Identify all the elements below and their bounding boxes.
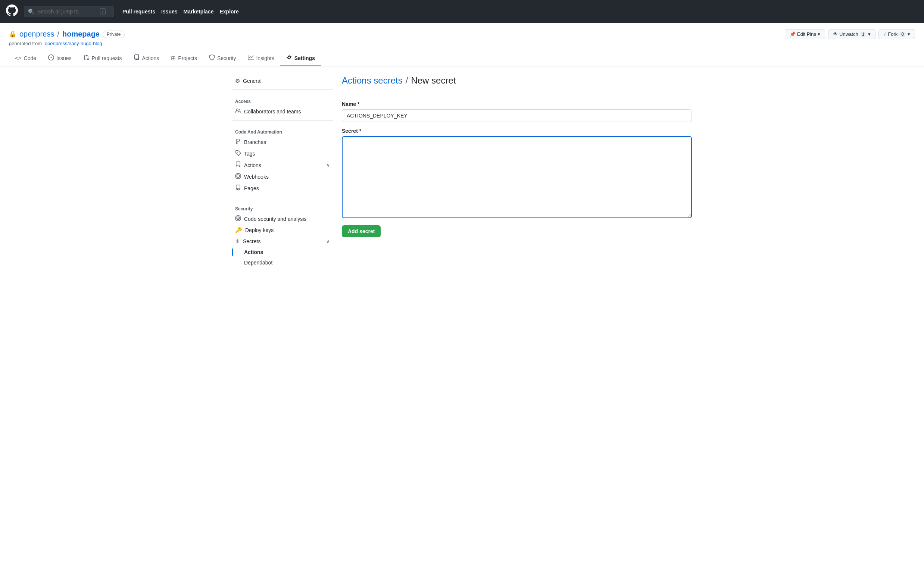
repo-actions: 📌 Edit Pins ▾ 👁 Unwatch 1 ▾ ⑂ Fork 0 ▾ [785, 29, 915, 39]
fork-button[interactable]: ⑂ Fork 0 ▾ [879, 29, 915, 39]
repo-generated-from: generated from openpress/easy-hugo-blog [9, 40, 915, 46]
repo-owner-link[interactable]: openpress [20, 30, 54, 39]
projects-icon: ⊞ [171, 55, 176, 61]
chevron-down-icon: ▾ [818, 31, 820, 37]
sidebar-item-collaborators[interactable]: Collaborators and teams [232, 106, 333, 117]
actions-chevron-icon: ∨ [327, 163, 330, 168]
branch-icon [235, 138, 241, 145]
tab-pull-requests[interactable]: Pull requests [77, 51, 128, 66]
webhook-icon [235, 173, 241, 180]
explore-link[interactable]: Explore [219, 9, 238, 15]
tab-settings[interactable]: Settings [280, 51, 321, 66]
sidebar-item-actions[interactable]: Actions ∨ [232, 159, 333, 171]
marketplace-link[interactable]: Marketplace [184, 9, 214, 15]
slash-key-badge: / [100, 8, 106, 15]
people-icon [235, 108, 241, 115]
breadcrumb-sep: / [406, 75, 408, 86]
secret-textarea[interactable] [342, 136, 692, 218]
sidebar-sub-item-dependabot[interactable]: Dependabot [232, 257, 333, 268]
pr-icon [83, 54, 89, 61]
search-input[interactable] [38, 9, 97, 15]
name-field-group: Name * [342, 101, 692, 122]
pages-icon [235, 185, 241, 192]
search-box[interactable]: 🔍 / [24, 6, 114, 17]
chevron-down-icon-3: ▾ [908, 31, 910, 37]
sidebar-section-security: Security [232, 200, 333, 213]
name-input[interactable] [342, 109, 692, 122]
search-icon: 🔍 [28, 9, 34, 15]
sidebar-item-tags[interactable]: Tags [232, 148, 333, 159]
add-secret-button[interactable]: Add secret [342, 225, 381, 237]
repo-private-badge: Private [103, 31, 124, 38]
lock-icon: 🔒 [9, 31, 16, 38]
actions-sidebar-icon [235, 162, 241, 169]
sidebar-divider-2 [232, 120, 333, 121]
code-icon: <> [15, 55, 22, 61]
tab-insights[interactable]: Insights [242, 51, 280, 66]
settings-tab-icon [286, 54, 292, 61]
secrets-chevron-icon: ∧ [327, 239, 330, 244]
gear-icon: ⚙ [235, 78, 240, 84]
sidebar-item-secrets[interactable]: ✳ Secrets ∧ [232, 236, 333, 247]
secrets-icon: ✳ [235, 238, 240, 245]
security-icon [209, 54, 215, 61]
issues-link[interactable]: Issues [161, 9, 178, 15]
sidebar-divider-3 [232, 197, 333, 197]
repo-tabs: <> Code Issues Pull requests Actions ⊞ P… [9, 51, 915, 66]
sidebar-item-code-security[interactable]: Code security and analysis [232, 213, 333, 224]
fork-icon: ⑂ [884, 31, 886, 37]
fork-count: 0 [899, 32, 906, 37]
edit-pins-button[interactable]: 📌 Edit Pins ▾ [785, 29, 825, 39]
sidebar-item-deploy-keys[interactable]: 🔑 Deploy keys [232, 224, 333, 236]
unwatch-button[interactable]: 👁 Unwatch 1 ▾ [828, 29, 876, 39]
issues-icon [48, 54, 54, 61]
github-logo-icon [6, 4, 18, 19]
name-label: Name * [342, 101, 692, 107]
topnav-links: Pull requests Issues Marketplace Explore [122, 9, 239, 15]
tab-actions[interactable]: Actions [128, 51, 165, 66]
main-layout: ⚙ General Access Collaborators and teams… [223, 66, 701, 277]
page-heading: Actions secrets / New secret [342, 75, 692, 92]
tab-security[interactable]: Security [203, 51, 242, 66]
tab-issues[interactable]: Issues [42, 51, 77, 66]
sidebar: ⚙ General Access Collaborators and teams… [232, 75, 333, 268]
topnav: 🔍 / Pull requests Issues Marketplace Exp… [0, 0, 924, 23]
chevron-down-icon-2: ▾ [868, 31, 871, 37]
repo-name-link[interactable]: homepage [62, 30, 100, 39]
actions-tab-icon [134, 54, 140, 61]
sidebar-sub-item-actions[interactable]: Actions [232, 247, 333, 257]
code-security-icon [235, 215, 241, 222]
sidebar-section-code-automation: Code and automation [232, 123, 333, 136]
sidebar-section-access: Access [232, 93, 333, 106]
pin-icon: 📌 [790, 31, 796, 37]
secret-field-group: Secret * [342, 128, 692, 219]
sidebar-divider-1 [232, 90, 333, 90]
pull-requests-link[interactable]: Pull requests [122, 9, 155, 15]
tab-projects[interactable]: ⊞ Projects [165, 51, 203, 66]
breadcrumb-link[interactable]: Actions secrets [342, 75, 403, 86]
sidebar-item-general[interactable]: ⚙ General [232, 75, 333, 87]
tab-code[interactable]: <> Code [9, 51, 42, 66]
generated-from-link[interactable]: openpress/easy-hugo-blog [45, 40, 102, 46]
eye-icon: 👁 [833, 31, 838, 37]
insights-icon [248, 54, 254, 61]
repo-header: 🔒 openpress / homepage Private 📌 Edit Pi… [0, 23, 924, 66]
sidebar-item-webhooks[interactable]: Webhooks [232, 171, 333, 183]
unwatch-count: 1 [860, 32, 867, 37]
key-icon: 🔑 [235, 227, 242, 233]
sidebar-item-branches[interactable]: Branches [232, 136, 333, 148]
repo-title-row: 🔒 openpress / homepage Private 📌 Edit Pi… [9, 29, 915, 39]
main-content: Actions secrets / New secret Name * Secr… [342, 75, 692, 268]
sidebar-item-pages[interactable]: Pages [232, 183, 333, 194]
secret-label: Secret * [342, 128, 692, 134]
page-title: New secret [411, 75, 456, 86]
tag-icon [235, 150, 241, 157]
